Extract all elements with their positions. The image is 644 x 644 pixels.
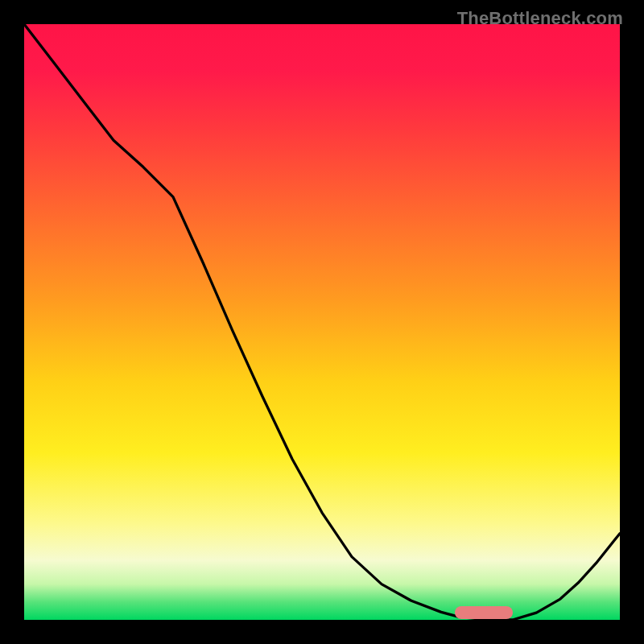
- outer-frame: TheBottleneck.com: [10, 10, 634, 634]
- plot-area: [24, 24, 620, 620]
- optimal-range-marker: [455, 606, 513, 619]
- bottleneck-curve: [24, 24, 620, 620]
